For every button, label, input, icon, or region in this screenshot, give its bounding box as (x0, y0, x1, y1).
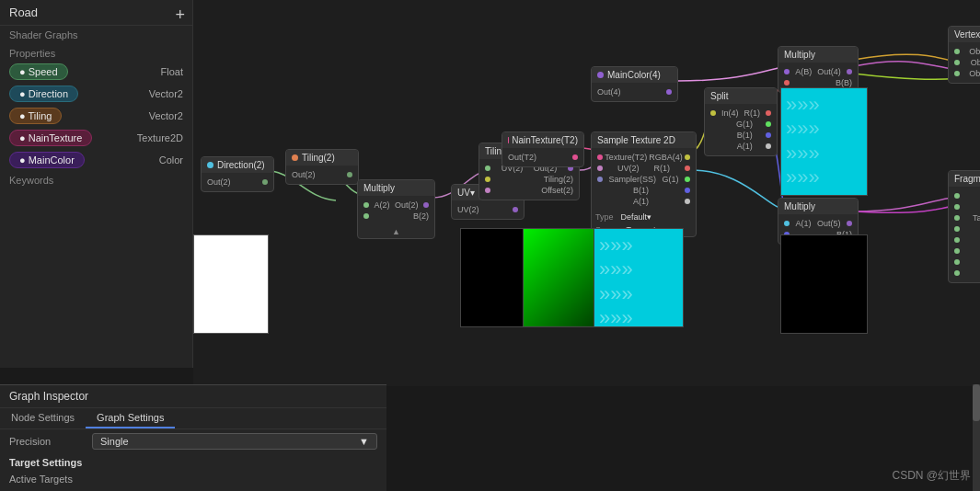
direction-type: Vector2 (149, 88, 183, 99)
tab-node-settings[interactable]: Node Settings (0, 408, 86, 428)
maincolor-type: Color (159, 154, 183, 166)
multiply1-label: Multiply (363, 183, 395, 193)
uv-body: UV(2) (452, 200, 524, 219)
direction-node-body: Out(2) (202, 173, 273, 191)
multiply3-header: Multiply (778, 199, 858, 214)
fragment-header: Fragment (949, 171, 980, 187)
tiling-ref-header: Tiling(2) (286, 150, 358, 166)
white-preview (193, 234, 269, 334)
cyan-preview-2: »»»»»»»»»»»» (780, 87, 868, 196)
target-settings-label: Target Settings (0, 453, 386, 472)
precision-dropdown-icon: ▼ (359, 436, 369, 447)
naintexture-ref-header: NainTexture(T2) (502, 132, 583, 148)
tiling-out-port: Out(2) (292, 169, 352, 180)
sample-texture-node[interactable]: Sample Texture 2D Texture(T2) RGBA(4) UV… (591, 131, 697, 237)
split-node[interactable]: Split In(4) R(1) G(1) B(1) A(1) (704, 87, 778, 156)
direction-node[interactable]: Direction(2) Out(2) (201, 156, 274, 192)
inspector-scrollbar-thumb (973, 384, 980, 421)
split-header: Split (705, 88, 777, 104)
fragment-label: Fragment (954, 174, 980, 184)
direction-pill[interactable]: ● Direction (9, 86, 78, 102)
inspector-scrollbar[interactable] (973, 384, 980, 491)
tiling-ref-body: Out(2) (286, 166, 358, 184)
vertex-label: Vertex (954, 29, 980, 40)
fragment-body: Base Color(3) Normal(Tangent Space)(3) T… (949, 187, 980, 282)
split-body: In(4) R(1) G(1) B(1) A(1) (705, 104, 777, 155)
sample-texture-header: Sample Texture 2D (592, 132, 696, 148)
multiply2-label: Multiply (784, 50, 815, 60)
multiply3-label: Multiply (784, 201, 815, 211)
naintexture-type: Texture2D (137, 132, 183, 143)
maincolor-pill[interactable]: ● MainColor (9, 152, 85, 168)
multiply1-body: A(2) Out(2) B(2) (358, 196, 434, 225)
direction-node-label: Direction(2) (217, 160, 265, 170)
naintexture-pill[interactable]: ● NainTexture (9, 130, 92, 146)
precision-row: Precision Single ▼ (0, 429, 386, 453)
direction-property-row: ● Direction Vector2 (0, 83, 192, 105)
direction-out-port: Out(2) (207, 177, 268, 188)
canvas-area[interactable]: Direction(2) Out(2) Tiling(2) Out(2) Mul… (193, 0, 980, 386)
active-targets-label: Active Targets (0, 472, 386, 486)
sidebar: Road + Shader Graphs Properties ● Speed … (0, 0, 193, 368)
precision-value: Single (100, 436, 129, 447)
speed-type: Float (161, 66, 183, 77)
multiply1-preview-icon: ▲ (358, 225, 434, 238)
sidebar-title: Road + (0, 0, 192, 26)
speed-property-row: ● Speed Float (0, 61, 192, 83)
add-button[interactable]: + (175, 6, 185, 25)
uv-label: UV▾ (457, 188, 475, 198)
multiply2-header: Multiply (778, 47, 858, 63)
vertex-node[interactable]: Vertex Object Space ▾ Position(3) Object… (948, 26, 980, 84)
shader-graphs-label: Shader Graphs (0, 26, 192, 44)
multiply1-header: Multiply (358, 180, 434, 196)
naintexture-ref-label: NainTexture(T2) (512, 135, 578, 145)
green-preview (523, 228, 594, 327)
keywords-label: Keywords (0, 171, 192, 189)
inspector-tabs: Node Settings Graph Settings (0, 408, 386, 429)
direction-node-header: Direction(2) (202, 157, 273, 173)
vertex-header: Vertex (949, 27, 980, 42)
maincolor-ref-node[interactable]: MainColor(4) Out(4) (591, 66, 678, 102)
speed-pill[interactable]: ● Speed (9, 63, 68, 80)
maincolor-ref-label: MainColor(4) (607, 70, 661, 80)
split-label: Split (710, 91, 728, 101)
cyan-preview-1: »»»»»»»»»»»» (594, 228, 684, 327)
tiling-property-row: ● Tiling Vector2 (0, 105, 192, 127)
sample-texture-body: Texture(T2) RGBA(4) UV(2) R(1) Sampler(S… (592, 148, 696, 211)
sidebar-road-label: Road (9, 6, 38, 19)
naintexture-property-row: ● NainTexture Texture2D (0, 127, 192, 149)
watermark: CSDN @幻世界 (892, 468, 971, 484)
sample-texture-options: Type Default▾ (592, 211, 696, 223)
tiling-type: Vector2 (149, 110, 183, 121)
tiling-pill[interactable]: ● Tiling (9, 108, 62, 124)
fragment-node[interactable]: Fragment Base Color(3) Normal(Tangent Sp… (948, 170, 980, 283)
maincolor-property-row: ● MainColor Color (0, 149, 192, 171)
naintexture-ref-body: Out(T2) (502, 148, 583, 166)
precision-select[interactable]: Single ▼ (92, 433, 377, 450)
sample-texture-label: Sample Texture 2D (597, 135, 675, 145)
precision-label: Precision (9, 436, 83, 447)
inspector-title: Graph Inspector (0, 385, 386, 408)
black-preview-2 (780, 234, 868, 334)
vertex-body: Object Space ▾ Position(3) Object Space … (949, 42, 980, 83)
tab-graph-settings[interactable]: Graph Settings (86, 408, 175, 428)
naintexture-ref-node[interactable]: NainTexture(T2) Out(T2) (502, 131, 584, 167)
tiling-ref-label: Tiling(2) (302, 153, 335, 163)
tiling-ref-node[interactable]: Tiling(2) Out(2) (285, 149, 359, 185)
maincolor-ref-header: MainColor(4) (592, 67, 677, 83)
maincolor-ref-body: Out(4) (592, 83, 677, 101)
multiply1-node[interactable]: Multiply A(2) Out(2) B(2) ▲ (357, 179, 435, 239)
multiply2-node[interactable]: Multiply A(B) Out(4) B(B) (778, 46, 859, 93)
properties-label: Properties (0, 44, 192, 61)
inspector-panel: Graph Inspector Node Settings Graph Sett… (0, 384, 386, 491)
